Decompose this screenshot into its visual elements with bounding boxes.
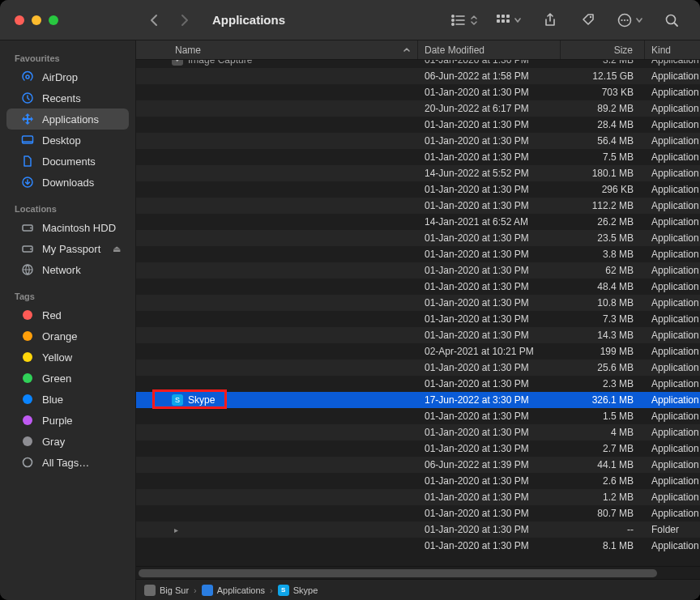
tags-heading: Tags (0, 288, 135, 304)
file-size: 180.1 MB (561, 168, 645, 179)
sidebar-item-label: Purple (42, 415, 121, 427)
sidebar-item-label: Recents (42, 92, 121, 104)
table-row[interactable]: 20-Jun-2022 at 6:17 PM89.2 MBApplication (136, 100, 700, 117)
file-size: 2.7 MB (561, 443, 645, 454)
file-kind: Application (645, 216, 700, 228)
file-date: 01-Jan-2020 at 1:30 PM (418, 265, 561, 276)
folder-icon (202, 585, 213, 596)
sort-indicator-icon (403, 46, 411, 54)
folder-disclosure-icon[interactable]: ▸ (172, 526, 180, 534)
file-kind: Application (645, 508, 700, 519)
table-row[interactable]: 06-Jun-2022 at 1:39 PM44.1 MBApplication (136, 457, 700, 473)
table-row[interactable]: 01-Jan-2020 at 1:30 PM3.8 MBApplication (136, 246, 700, 262)
column-header-name[interactable]: Name (136, 40, 418, 59)
view-mode-button[interactable] (450, 14, 478, 27)
sidebar-item-downloads[interactable]: Downloads (6, 172, 129, 193)
window-zoom-button[interactable] (49, 15, 58, 25)
file-size: 296 KB (561, 184, 645, 195)
table-row[interactable]: 01-Jan-2020 at 1:30 PM56.4 MBApplication (136, 133, 700, 149)
window-title: Applications (207, 13, 285, 27)
table-row[interactable]: SSkype17-Jun-2022 at 3:30 PM326.1 MBAppl… (136, 392, 700, 408)
table-row[interactable]: 01-Jan-2020 at 1:30 PM2.3 MBApplication (136, 376, 700, 392)
file-size: 8.1 MB (561, 540, 645, 551)
sidebar-item-applications[interactable]: Applications (6, 109, 129, 130)
svg-rect-7 (502, 15, 505, 18)
file-date: 01-Jan-2020 at 1:30 PM (418, 297, 561, 309)
table-row[interactable]: 01-Jan-2020 at 1:30 PM8.1 MBApplication (136, 538, 700, 554)
file-kind: Application (645, 265, 700, 276)
table-row[interactable]: 01-Jan-2020 at 1:30 PM80.7 MBApplication (136, 505, 700, 521)
sidebar-tag-purple[interactable]: Purple (6, 410, 129, 431)
file-size: 12.15 GB (561, 70, 645, 82)
window-close-button[interactable] (15, 15, 24, 25)
table-row[interactable]: 01-Jan-2020 at 1:30 PM7.5 MBApplication (136, 149, 700, 165)
forward-button[interactable] (175, 11, 194, 30)
table-row[interactable]: 14-Jun-2022 at 5:52 PM180.1 MBApplicatio… (136, 165, 700, 181)
sidebar-tag-green[interactable]: Green (6, 368, 129, 389)
file-list[interactable]: ✦Image Capture01-Jan-2020 at 1:30 PM3.2 … (136, 60, 700, 566)
sidebar-item-airdrop[interactable]: AirDrop (6, 66, 129, 87)
file-date: 01-Jan-2020 at 1:30 PM (418, 87, 561, 98)
file-kind: Application (645, 281, 700, 292)
eject-icon[interactable]: ⏏ (113, 244, 121, 254)
table-row[interactable]: 01-Jan-2020 at 1:30 PM4 MBApplication (136, 424, 700, 440)
file-name: Image Capture (188, 60, 252, 66)
sidebar-tag-blue[interactable]: Blue (6, 389, 129, 410)
actions-button[interactable] (617, 13, 643, 28)
table-row[interactable]: 01-Jan-2020 at 1:30 PM48.4 MBApplication (136, 279, 700, 295)
sidebar-item-desktop[interactable]: Desktop (6, 130, 129, 151)
column-header-size[interactable]: Size (561, 40, 645, 59)
horizontal-scrollbar[interactable] (136, 566, 700, 579)
table-row[interactable]: 01-Jan-2020 at 1:30 PM7.3 MBApplication (136, 311, 700, 327)
file-kind: Application (645, 362, 700, 373)
table-row[interactable]: ✦Image Capture01-Jan-2020 at 1:30 PM3.2 … (136, 60, 700, 68)
sidebar-tag-yellow[interactable]: Yellow (6, 347, 129, 368)
table-row[interactable]: 01-Jan-2020 at 1:30 PM703 KBApplication (136, 84, 700, 100)
sidebar-item-documents[interactable]: Documents (6, 151, 129, 172)
table-row[interactable]: 01-Jan-2020 at 1:30 PM296 KBApplication (136, 181, 700, 198)
sidebar-tag-red[interactable]: Red (6, 304, 129, 326)
all-tags-item[interactable]: All Tags… (6, 452, 129, 473)
sidebar-tag-orange[interactable]: Orange (6, 326, 129, 347)
scrollbar-thumb[interactable] (139, 569, 657, 577)
table-row[interactable]: 01-Jan-2020 at 1:30 PM112.2 MBApplicatio… (136, 198, 700, 214)
sidebar-tag-gray[interactable]: Gray (6, 431, 129, 452)
table-row[interactable]: 01-Jan-2020 at 1:30 PM2.7 MBApplication (136, 440, 700, 457)
column-header-kind[interactable]: Kind (645, 40, 700, 59)
back-button[interactable] (144, 11, 164, 30)
share-button[interactable] (540, 10, 561, 31)
group-by-button[interactable] (496, 14, 522, 27)
path-segment-big-sur[interactable]: Big Sur (144, 585, 189, 596)
sidebar-location-network[interactable]: Network (6, 259, 129, 280)
table-row[interactable]: 02-Apr-2021 at 10:21 PM199 MBApplication (136, 343, 700, 360)
column-header-date[interactable]: Date Modified (418, 40, 561, 59)
file-kind: Application (645, 119, 700, 130)
table-row[interactable]: 14-Jan-2021 at 6:52 AM26.2 MBApplication (136, 214, 700, 230)
edit-tags-button[interactable] (578, 10, 600, 31)
table-row[interactable]: ▸01-Jan-2020 at 1:30 PM--Folder (136, 521, 700, 538)
table-row[interactable]: 01-Jan-2020 at 1:30 PM2.6 MBApplication (136, 473, 700, 489)
window-minimize-button[interactable] (32, 15, 41, 25)
file-kind: Application (645, 491, 700, 503)
table-row[interactable]: 06-Jun-2022 at 1:58 PM12.15 GBApplicatio… (136, 68, 700, 84)
file-kind: Application (645, 70, 700, 82)
path-segment-applications[interactable]: Applications (202, 585, 265, 596)
sidebar-location-macintosh-hdd[interactable]: Macintosh HDD (6, 217, 129, 238)
table-row[interactable]: 01-Jan-2020 at 1:30 PM25.6 MBApplication (136, 360, 700, 376)
file-date: 01-Jan-2020 at 1:30 PM (418, 411, 561, 422)
svg-point-16 (626, 19, 628, 20)
table-row[interactable]: 01-Jan-2020 at 1:30 PM1.5 MBApplication (136, 408, 700, 424)
table-row[interactable]: 01-Jan-2020 at 1:30 PM14.3 MBApplication (136, 327, 700, 343)
sidebar-item-recents[interactable]: Recents (6, 87, 129, 109)
file-date: 01-Jan-2020 at 1:30 PM (418, 427, 561, 438)
path-segment-skype[interactable]: SSkype (278, 585, 318, 596)
table-row[interactable]: 01-Jan-2020 at 1:30 PM23.5 MBApplication (136, 230, 700, 246)
table-row[interactable]: 01-Jan-2020 at 1:30 PM10.8 MBApplication (136, 295, 700, 311)
file-kind: Application (645, 297, 700, 309)
table-row[interactable]: 01-Jan-2020 at 1:30 PM1.2 MBApplication (136, 489, 700, 505)
search-button[interactable] (661, 10, 682, 31)
file-size: 80.7 MB (561, 508, 645, 519)
table-row[interactable]: 01-Jan-2020 at 1:30 PM62 MBApplication (136, 262, 700, 279)
table-row[interactable]: 01-Jan-2020 at 1:30 PM28.4 MBApplication (136, 117, 700, 133)
sidebar-location-my-passport[interactable]: My Passport⏏ (6, 238, 129, 259)
